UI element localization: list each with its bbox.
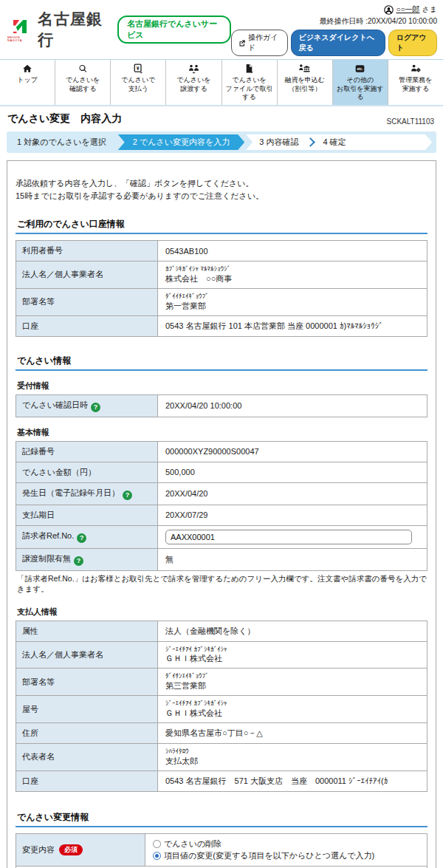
section-change-info: でんさい変更情報 [16, 811, 427, 827]
row-label: 口座 [16, 315, 158, 336]
tab-top[interactable]: トップ [0, 60, 55, 105]
radio-item-change[interactable] [153, 852, 161, 860]
transfer-limit-value: 無 [158, 548, 427, 570]
user-name-link[interactable]: ○○一郎 [396, 4, 419, 15]
row-label: 変更内容 必須 [16, 834, 145, 866]
account-value: 0543 名古屋銀行 101 本店営業部 当座 0000001 ｶ)ﾏﾙﾏﾙｼｮ… [158, 315, 427, 336]
row-label: 譲渡制限有無 [16, 548, 158, 570]
payer-dept-value: ﾀﾞｲｻﾝｴｲｷﾞｮｳﾌﾞ 第三営業部 [158, 669, 427, 696]
ref-no-cell [158, 525, 427, 548]
svg-text:etc.: etc. [357, 67, 363, 71]
logout-button[interactable]: ログアウト [388, 30, 437, 56]
table-row: でんさい確認日時 20XX/04/20 10:00:00 [16, 394, 427, 417]
table-row: 請求者Ref.No. [16, 525, 427, 548]
help-icon[interactable] [74, 556, 83, 566]
trade-name: ＧＨＩ株式会社 [165, 708, 222, 717]
row-label: 法人名／個人事業者名 [16, 641, 158, 669]
page-title: でんさい変更 内容入力 [7, 112, 122, 126]
help-icon[interactable] [91, 403, 100, 412]
content-box: 承認依頼する内容を入力し、「確認」ボタンを押してください。 15時までにお取引を… [7, 160, 436, 868]
business-direct-button[interactable]: ビジネスダイレクトへ戻る [291, 30, 385, 56]
ref-no-label: 請求者Ref.No. [22, 531, 74, 540]
change-content-row: 変更内容 必須 でんさいの削除 項目値の変更(変更する項目を以下からひとつ選んで… [16, 834, 427, 867]
intro-text: 承認依頼する内容を入力し、「確認」ボタンを押してください。 15時までにお取引を… [16, 177, 427, 202]
payer-address-value: 愛知県名古屋市○丁目○－△ [158, 723, 427, 744]
representative-name: 支払太郎 [165, 756, 198, 765]
bank-logo-icon [10, 18, 30, 35]
tab-transfer-densai[interactable]: でんさいを 譲渡する [166, 60, 222, 105]
confirm-datetime-value: 20XX/04/20 10:00:00 [158, 394, 427, 417]
service-badge: 名古屋銀行でんさいサービス [117, 16, 231, 44]
tab-pay-densai[interactable]: ¥ でんさいで 支払う [111, 60, 166, 105]
bank-logo: MEIGIN NAGOYA [7, 18, 32, 42]
payer-dept-kana: ﾀﾞｲｻﾝｴｲｷﾞｮｳﾌﾞ [165, 672, 419, 680]
help-icon[interactable] [77, 533, 86, 543]
user-line: ○○一郎 さま [384, 4, 437, 15]
header: MEIGIN NAGOYA 名古屋銀行 名古屋銀行でんさいサービス ○○一郎 さ… [0, 0, 443, 59]
tab-label: でんさいで 支払う [121, 76, 155, 93]
dept-kana: ﾀﾞｲｲﾁｴｲｷﾞｮｳﾌﾞ [165, 293, 419, 301]
table-row: 発生日（電子記録年月日） 20XX/04/20 [16, 482, 427, 505]
guide-button[interactable]: 操作ガイド [231, 30, 288, 56]
bank-name: 名古屋銀行 [38, 9, 109, 50]
tab-apply-loan[interactable]: 融資を申込む （割引等） [278, 60, 333, 105]
step-1: 1 対象のでんさいを選択 [11, 134, 118, 150]
payer-corp-value: ｼﾞｰｴｲﾁｱｲ ｶﾌﾞｼｷｶﾞｲｼｬ ＧＨＩ株式会社 [158, 641, 427, 669]
search-icon [78, 64, 89, 74]
tab-file-transaction[interactable]: でんさいを ファイルで取引する [222, 60, 278, 105]
radio-delete-densai[interactable] [153, 840, 161, 848]
account-info-table: 利用者番号 0543AB100 法人名／個人事業者名 ｶﾌﾞｼｷｶﾞｲｼｬ ﾏﾙ… [16, 240, 427, 337]
table-row: 口座 0543 名古屋銀行 571 大阪支店 当座 0000011 ｼﾞｰｴｲﾁ… [16, 770, 427, 791]
transfer-people-icon [188, 64, 200, 74]
subsection-reception: 受付情報 [17, 380, 427, 392]
screen-id: SCKALT11103 [387, 117, 434, 126]
row-label: 属性 [16, 621, 158, 641]
required-badge: 必須 [59, 844, 83, 855]
ref-no-input[interactable] [165, 530, 412, 544]
transfer-limit-label: 譲渡制限有無 [22, 554, 71, 563]
step-rest: 3 内容確認 4 確定 [246, 134, 432, 150]
corp-name: 株式会社 ○○商事 [165, 274, 232, 283]
trade-name-kana: ｼﾞｰｴｲﾁｱｲ ｶﾌﾞｼｷｶﾞｲｼｬ [165, 700, 419, 708]
row-label: 部署名等 [16, 288, 158, 315]
external-link-icon [238, 39, 245, 47]
row-label: 発生日（電子記録年月日） [16, 482, 158, 505]
tab-label: その他の お取引を実施する [334, 76, 387, 102]
user-number-value: 0543AB100 [158, 241, 427, 262]
section-densai-info: でんさい情報 [16, 355, 427, 371]
tab-admin-tasks[interactable]: 管理業務を 実施する [388, 60, 443, 105]
header-right: ○○一郎 さま 最終操作日時 :20XX/04/20 10:00:00 操作ガイ… [231, 4, 437, 56]
help-icon[interactable] [123, 491, 132, 500]
representative-value: ｼﾊﾗｲﾀﾛｳ 支払太郎 [158, 744, 427, 771]
representative-kana: ｼﾊﾗｲﾀﾛｳ [165, 748, 419, 756]
tab-label: 融資を申込む （割引等） [284, 76, 324, 93]
payer-corp-name: ＧＨＩ株式会社 [165, 654, 222, 663]
table-row: 記録番号 000000XYZ90000S00047 [16, 441, 427, 462]
title-row: でんさい変更 内容入力 SCKALT11103 [0, 106, 443, 130]
home-icon [21, 64, 33, 74]
payer-account-value: 0543 名古屋銀行 571 大阪支店 当座 0000011 ｼﾞｰｴｲﾁｱｲ(… [158, 770, 427, 791]
subsection-payer: 支払人情報 [17, 606, 427, 618]
admin-person-icon [410, 64, 422, 74]
tab-confirm-densai[interactable]: でんさいを 確認する [55, 60, 111, 105]
step-2-active: 2 でんさい変更内容を入力 [118, 134, 244, 150]
table-row: 屋号 ｼﾞｰｴｲﾁｱｲ ｶﾌﾞｼｷｶﾞｲｼｬ ＧＨＩ株式会社 [16, 696, 427, 723]
table-row: 住所 愛知県名古屋市○丁目○－△ [16, 723, 427, 744]
basic-info-table: 記録番号 000000XYZ90000S00047 でんさい金額（円） 500,… [16, 441, 427, 571]
table-row: 口座 0543 名古屋銀行 101 本店営業部 当座 0000001 ｶ)ﾏﾙﾏ… [16, 315, 427, 336]
payer-corp-kana: ｼﾞｰｴｲﾁｱｲ ｶﾌﾞｼｷｶﾞｲｼｬ [165, 646, 419, 654]
dept-value: ﾀﾞｲｲﾁｴｲｷﾞｮｳﾌﾞ 第一営業部 [158, 288, 427, 315]
tab-label: でんさいを 譲渡する [176, 76, 210, 93]
table-row: 部署名等 ﾀﾞｲｻﾝｴｲｷﾞｮｳﾌﾞ 第三営業部 [16, 669, 427, 696]
row-label: 代表者名 [16, 744, 158, 771]
corp-name-value: ｶﾌﾞｼｷｶﾞｲｼｬ ﾏﾙﾏﾙｼｮｳｼﾞ 株式会社 ○○商事 [158, 262, 427, 289]
svg-text:¥: ¥ [136, 66, 139, 71]
user-honorific: さま [422, 4, 437, 15]
user-icon [384, 5, 394, 15]
tab-other-transactions[interactable]: etc. その他の お取引を実施する [333, 60, 388, 105]
table-row: 利用者番号 0543AB100 [16, 241, 427, 262]
ref-no-note: 「請求者Ref.No.」はお客様とお取引先とで請求を管理するためのフリー入力欄で… [17, 574, 427, 595]
issue-date-label: 発生日（電子記録年月日） [22, 488, 120, 497]
table-row: 法人名／個人事業者名 ｶﾌﾞｼｷｶﾞｲｼｬ ﾏﾙﾏﾙｼｮｳｼﾞ 株式会社 ○○商… [16, 262, 427, 289]
payer-attribute-value: 法人（金融機関を除く） [158, 621, 427, 641]
